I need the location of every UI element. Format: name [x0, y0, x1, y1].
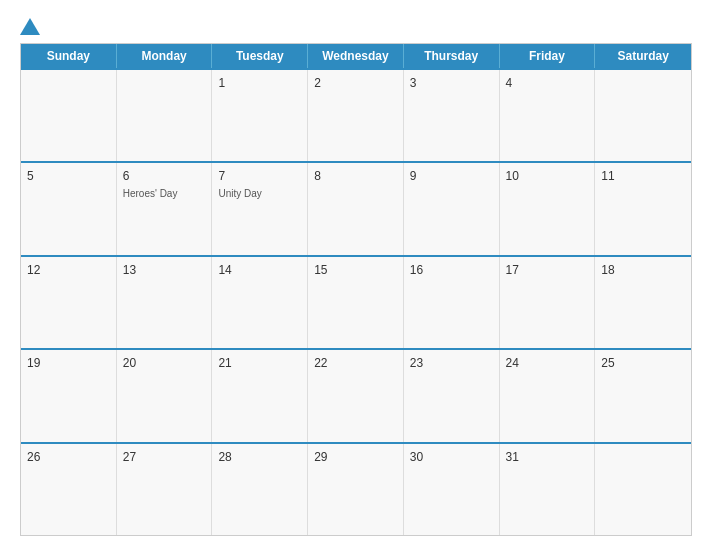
calendar-cell-w1-d4: 2 — [308, 70, 404, 161]
calendar-cell-w3-d3: 14 — [212, 257, 308, 348]
calendar-cell-w2-d1: 5 — [21, 163, 117, 254]
day-number: 6 — [123, 168, 206, 185]
day-number: 17 — [506, 262, 589, 279]
calendar-cell-w1-d5: 3 — [404, 70, 500, 161]
calendar-cell-w1-d7 — [595, 70, 691, 161]
calendar-header-thursday: Thursday — [404, 44, 500, 68]
day-number: 15 — [314, 262, 397, 279]
logo-triangle-icon — [20, 18, 40, 35]
calendar-cell-w4-d6: 24 — [500, 350, 596, 441]
page: SundayMondayTuesdayWednesdayThursdayFrid… — [0, 0, 712, 550]
calendar-cell-w3-d1: 12 — [21, 257, 117, 348]
day-number: 3 — [410, 75, 493, 92]
calendar-header-saturday: Saturday — [595, 44, 691, 68]
calendar-cell-w3-d7: 18 — [595, 257, 691, 348]
calendar-header-wednesday: Wednesday — [308, 44, 404, 68]
day-number: 5 — [27, 168, 110, 185]
calendar-cell-w4-d2: 20 — [117, 350, 213, 441]
calendar-cell-w5-d1: 26 — [21, 444, 117, 535]
calendar-cell-w1-d2 — [117, 70, 213, 161]
holiday-label: Heroes' Day — [123, 187, 206, 200]
calendar-header-row: SundayMondayTuesdayWednesdayThursdayFrid… — [21, 44, 691, 68]
calendar-week-2: 56Heroes' Day7Unity Day891011 — [21, 161, 691, 254]
calendar-header-friday: Friday — [500, 44, 596, 68]
day-number: 2 — [314, 75, 397, 92]
calendar-cell-w3-d2: 13 — [117, 257, 213, 348]
calendar-cell-w4-d7: 25 — [595, 350, 691, 441]
calendar-cell-w1-d1 — [21, 70, 117, 161]
calendar-header-sunday: Sunday — [21, 44, 117, 68]
calendar-cell-w5-d2: 27 — [117, 444, 213, 535]
calendar-cell-w2-d6: 10 — [500, 163, 596, 254]
day-number: 19 — [27, 355, 110, 372]
calendar-header-tuesday: Tuesday — [212, 44, 308, 68]
day-number: 12 — [27, 262, 110, 279]
calendar-cell-w4-d1: 19 — [21, 350, 117, 441]
day-number: 23 — [410, 355, 493, 372]
calendar-cell-w2-d7: 11 — [595, 163, 691, 254]
header — [20, 18, 692, 35]
calendar-cell-w2-d5: 9 — [404, 163, 500, 254]
calendar-cell-w5-d3: 28 — [212, 444, 308, 535]
calendar-cell-w3-d6: 17 — [500, 257, 596, 348]
calendar-cell-w2-d4: 8 — [308, 163, 404, 254]
day-number: 7 — [218, 168, 301, 185]
day-number: 24 — [506, 355, 589, 372]
calendar-cell-w4-d5: 23 — [404, 350, 500, 441]
day-number: 4 — [506, 75, 589, 92]
day-number: 30 — [410, 449, 493, 466]
calendar-week-3: 12131415161718 — [21, 255, 691, 348]
day-number: 28 — [218, 449, 301, 466]
day-number: 9 — [410, 168, 493, 185]
day-number: 1 — [218, 75, 301, 92]
calendar: SundayMondayTuesdayWednesdayThursdayFrid… — [20, 43, 692, 536]
calendar-week-4: 19202122232425 — [21, 348, 691, 441]
day-number: 26 — [27, 449, 110, 466]
day-number: 8 — [314, 168, 397, 185]
calendar-cell-w1-d3: 1 — [212, 70, 308, 161]
calendar-cell-w2-d2: 6Heroes' Day — [117, 163, 213, 254]
day-number: 21 — [218, 355, 301, 372]
day-number: 25 — [601, 355, 685, 372]
calendar-header-monday: Monday — [117, 44, 213, 68]
calendar-cell-w1-d6: 4 — [500, 70, 596, 161]
calendar-cell-w2-d3: 7Unity Day — [212, 163, 308, 254]
day-number: 14 — [218, 262, 301, 279]
logo — [20, 18, 44, 35]
day-number: 31 — [506, 449, 589, 466]
day-number: 20 — [123, 355, 206, 372]
day-number: 22 — [314, 355, 397, 372]
holiday-label: Unity Day — [218, 187, 301, 200]
calendar-body: 123456Heroes' Day7Unity Day8910111213141… — [21, 68, 691, 535]
calendar-cell-w5-d4: 29 — [308, 444, 404, 535]
calendar-cell-w3-d5: 16 — [404, 257, 500, 348]
calendar-cell-w4-d3: 21 — [212, 350, 308, 441]
day-number: 29 — [314, 449, 397, 466]
day-number: 16 — [410, 262, 493, 279]
calendar-cell-w5-d7 — [595, 444, 691, 535]
day-number: 13 — [123, 262, 206, 279]
calendar-cell-w5-d5: 30 — [404, 444, 500, 535]
day-number: 10 — [506, 168, 589, 185]
calendar-week-5: 262728293031 — [21, 442, 691, 535]
day-number: 18 — [601, 262, 685, 279]
day-number: 11 — [601, 168, 685, 185]
calendar-cell-w5-d6: 31 — [500, 444, 596, 535]
day-number: 27 — [123, 449, 206, 466]
calendar-cell-w4-d4: 22 — [308, 350, 404, 441]
calendar-cell-w3-d4: 15 — [308, 257, 404, 348]
calendar-week-1: 1234 — [21, 68, 691, 161]
